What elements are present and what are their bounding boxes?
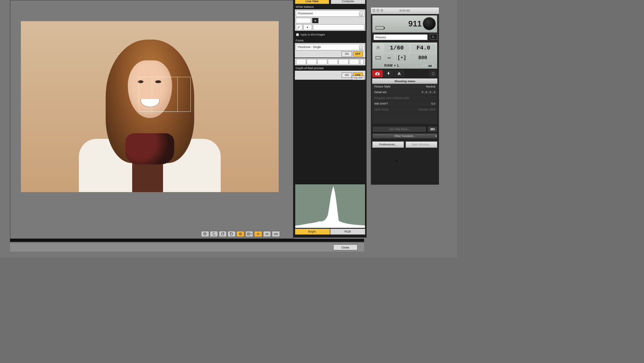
focus-title: Focus [293, 38, 366, 43]
focus-point-button[interactable] [236, 231, 244, 237]
exp-sim-badge: Exp.SIM [352, 76, 364, 80]
shooting-menu-header: Shooting menu [372, 78, 438, 84]
other-functions-button[interactable]: Other Functions...▾ [372, 133, 438, 139]
shooting-mode-label: M [374, 44, 382, 52]
save-pc-icon: ▭↧ [422, 64, 427, 67]
tab-compose[interactable]: Compose [331, 0, 365, 4]
mode-dial[interactable] [423, 17, 436, 31]
camera-control-window: EOS 6D 911 Pictures ⎙▸ M 1/60 F4.0 ▭ [•]… [371, 7, 439, 185]
rotate-ccw-button[interactable] [219, 231, 227, 237]
focus-nav-fwd3[interactable]: >>> [349, 59, 359, 64]
main-window-button[interactable]: Main Window... [406, 141, 438, 148]
focus-box: FlexiZone - Single ON OFF [295, 43, 365, 58]
focus-on-button[interactable]: ON [342, 51, 352, 57]
focus-nav-back2[interactable]: << [307, 59, 317, 64]
histogram [295, 184, 365, 228]
drive-mode-button[interactable]: ▭ [384, 54, 394, 62]
eyedropper-button[interactable] [296, 24, 302, 30]
aspect-overlay-button[interactable]: ▾ [245, 231, 253, 237]
svg-rect-10 [376, 57, 381, 59]
camera-lcd-shots: 911 [372, 15, 438, 32]
focus-nav-extra[interactable]: ≡ [360, 59, 364, 64]
focus-nav-row: <<< << < > >> >>> ≡ [295, 58, 365, 65]
bottom-bar: Close [10, 243, 364, 252]
histogram-bright-button[interactable]: Bright. [295, 229, 330, 235]
metering-mode-button[interactable]: [•] [396, 54, 408, 62]
focus-nav-back3[interactable]: <<< [296, 59, 306, 64]
svg-text:Auto: Auto [213, 234, 215, 236]
focus-nav-fwd2[interactable]: >> [339, 59, 348, 64]
menu-row-picture-style[interactable]: Picture StyleNeutral [372, 84, 438, 89]
focus-nav-fwd1[interactable]: > [328, 59, 338, 64]
apply-shot-images-checkbox[interactable] [296, 33, 299, 36]
aperture-button[interactable]: F4.0 [411, 44, 436, 52]
wb-click-button[interactable] [201, 231, 209, 237]
white-balance-title: White balance [293, 4, 366, 9]
menu-row-hdr: HDR ModeDisable HDR [372, 107, 438, 112]
battery-icon [376, 26, 384, 30]
apply-shot-images-label: Apply to shot images [300, 33, 325, 36]
image-quality-label[interactable]: RAW + L [374, 64, 400, 67]
close-button[interactable]: Close [333, 244, 358, 251]
focus-mode-select[interactable]: FlexiZone - Single [296, 44, 364, 50]
rotate-cw-button[interactable] [228, 231, 236, 237]
tab-tools[interactable] [394, 70, 406, 77]
svg-rect-15 [430, 128, 433, 130]
white-balance-box: Fluorescent K ▾ [295, 9, 365, 31]
window-controls[interactable] [372, 9, 383, 12]
record-button[interactable] [428, 126, 437, 132]
tab-timer[interactable] [429, 70, 437, 77]
apply-shot-images-row: Apply to shot images [293, 32, 366, 38]
camera-window-title: EOS 6D [371, 7, 439, 14]
wb-sub-select[interactable]: ▾ [303, 24, 312, 30]
menu-row-detail-set[interactable]: Detail set.0 , 0 , 0 , 0 [372, 89, 438, 95]
wb-color-field[interactable] [313, 24, 364, 30]
svg-point-14 [432, 73, 434, 75]
portrait-placeholder [88, 33, 212, 192]
focus-nav-back1[interactable]: < [317, 59, 327, 64]
live-view-settings-panel: Live View Compose White balance Fluoresc… [293, 0, 366, 238]
tab-shooting[interactable] [372, 70, 383, 77]
tab-flash[interactable] [383, 70, 394, 77]
svg-point-12 [377, 73, 378, 75]
save-cam-icon: 📷↧ [428, 64, 435, 67]
menu-row-wb-shift[interactable]: WB SHIFT0,0 [372, 101, 438, 106]
svg-rect-3 [240, 233, 241, 235]
live-view-shoot-button[interactable]: Live View shoot... [372, 126, 426, 132]
tab-live-view[interactable]: Live View [295, 0, 329, 4]
auto-rotate-button[interactable]: Auto [210, 231, 218, 237]
iso-button[interactable]: 800 [410, 54, 436, 62]
save-folder-field[interactable]: Pictures [373, 34, 428, 40]
divider [10, 239, 364, 242]
shooting-menu-list: Picture StyleNeutral Detail set.0 , 0 , … [372, 84, 438, 112]
save-folder-browse-button[interactable]: ⎙▸ [430, 34, 437, 40]
focus-area-small[interactable] [152, 77, 178, 112]
zoom-10x-button[interactable]: x10 [272, 231, 280, 237]
focus-off-button[interactable]: OFF [353, 51, 363, 57]
dof-on-button[interactable]: ON [342, 73, 352, 78]
camera-model-label: EOS 6D [400, 9, 410, 12]
meter-icon [374, 54, 382, 62]
zoom-1x-button[interactable]: x1 [254, 231, 262, 237]
wb-value-field[interactable] [296, 18, 311, 23]
kelvin-badge: K [312, 18, 319, 23]
shutter-speed-button[interactable]: 1/60 [384, 44, 409, 52]
menu-row-register-style: Register User Defined style [372, 95, 438, 101]
preferences-button[interactable]: Preferences... [372, 141, 404, 148]
histogram-rgb-button[interactable]: RGB [330, 229, 365, 235]
zoom-5x-button[interactable]: x5 [263, 231, 271, 237]
wb-preset-select[interactable]: Fluorescent [296, 10, 364, 17]
dof-title: Depth-of-field preview [293, 65, 366, 71]
svg-rect-13 [377, 72, 378, 73]
exposure-lcd: M 1/60 F4.0 ▭ [•] 800 RAW + L ▭↧ 📷↧ [372, 42, 438, 69]
live-view-window: Auto ▾ x1 x5 x10 [10, 0, 293, 239]
shots-remaining: 911 [408, 19, 422, 28]
live-view-toolbar: Auto ▾ x1 x5 x10 [201, 231, 280, 237]
panel-tabs [372, 70, 438, 77]
